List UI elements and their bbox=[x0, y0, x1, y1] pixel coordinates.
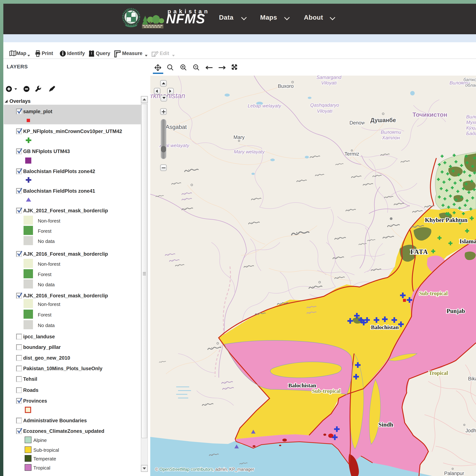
svg-text:Вилояти: Вилояти bbox=[381, 129, 401, 135]
svg-text:Termiz: Termiz bbox=[344, 151, 359, 157]
svg-text:Jodhpu: Jodhpu bbox=[465, 428, 476, 433]
svg-text:Бадахшони: Бадахшони bbox=[466, 131, 476, 136]
svg-text:Viloyati: Viloyati bbox=[321, 80, 337, 85]
svg-text:батксенская: батксенская bbox=[463, 77, 476, 82]
svg-text:Кӯҳистони: Кӯҳистони bbox=[466, 125, 476, 131]
svg-text:Viloyati: Viloyati bbox=[317, 108, 333, 114]
svg-text:область: область bbox=[465, 83, 476, 88]
svg-text:Khyber Pakhtun: Khyber Pakhtun bbox=[425, 217, 467, 223]
svg-text:FATA: FATA bbox=[410, 248, 428, 255]
svg-text:Mary welayaty: Mary welayaty bbox=[234, 149, 265, 154]
svg-text:© OpenStreetMap contributors,: © OpenStreetMap contributors, admin, KP_… bbox=[155, 467, 254, 472]
svg-text:Lebap welayaty: Lebap welayaty bbox=[248, 103, 282, 109]
svg-text:Balochistan: Balochistan bbox=[288, 382, 316, 388]
svg-text:Tropical: Tropical bbox=[429, 370, 448, 376]
svg-text:Palanpur: Palanpur bbox=[444, 471, 464, 476]
svg-text:Мухтори: Мухтори bbox=[466, 119, 476, 125]
svg-text:Душанбе: Душанбе bbox=[370, 117, 396, 123]
svg-text:Sindh: Sindh bbox=[378, 421, 393, 428]
svg-text:Точикистон: Точикистон bbox=[412, 111, 447, 118]
svg-text:Buxoro: Buxoro bbox=[278, 83, 294, 89]
svg-text:Islamab: Islamab bbox=[459, 238, 476, 245]
svg-text:Bika: Bika bbox=[468, 376, 476, 381]
svg-text:Balochistan: Balochistan bbox=[371, 324, 399, 330]
svg-text:Вилояти: Вилояти bbox=[466, 114, 476, 119]
svg-text:Sub-tropical: Sub-tropical bbox=[419, 290, 448, 296]
svg-text:Sub-tropical: Sub-tropical bbox=[312, 388, 340, 394]
svg-text:Mary: Mary bbox=[234, 135, 245, 140]
svg-text:Samargand: Samargand bbox=[316, 76, 342, 80]
svg-text:Denov: Denov bbox=[349, 120, 364, 126]
svg-text:Хатлон: Хатлон bbox=[382, 135, 400, 140]
svg-text:Qashqadaryo: Qashqadaryo bbox=[310, 102, 339, 108]
svg-text:Punjab: Punjab bbox=[446, 307, 465, 314]
svg-text:Asgabat: Asgabat bbox=[166, 124, 187, 130]
